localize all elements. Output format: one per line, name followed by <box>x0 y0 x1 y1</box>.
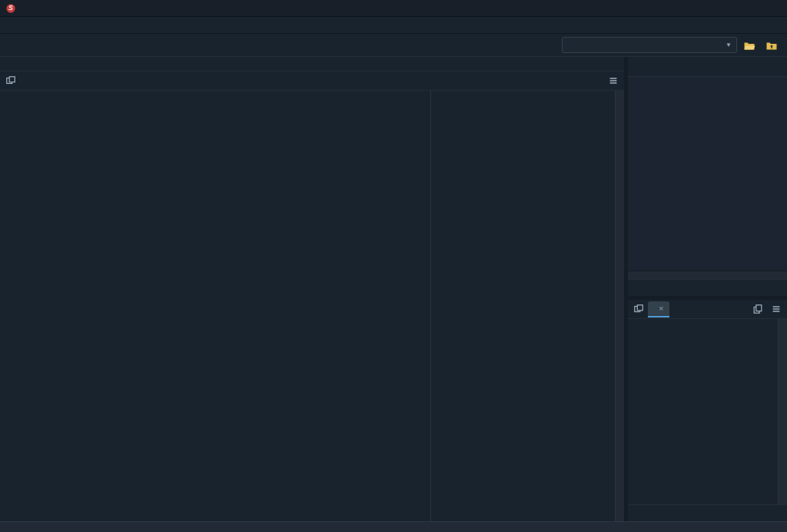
variable-explorer-panel <box>628 57 787 297</box>
spyder-window: ▼ <box>0 0 787 532</box>
copy-button[interactable] <box>749 301 767 318</box>
browse-tabs-button[interactable] <box>2 72 20 89</box>
working-directory-toolbar: ▼ <box>562 36 784 55</box>
console-output[interactable] <box>628 319 787 504</box>
main-toolbar: ▼ <box>0 34 787 57</box>
folder-up-icon <box>765 39 778 52</box>
spyder-logo-icon <box>5 3 16 14</box>
browse-tabs-icon <box>5 75 16 86</box>
console-lines <box>633 321 778 504</box>
chevron-down-icon: ▼ <box>722 42 732 48</box>
close-tab-icon[interactable]: × <box>659 304 663 313</box>
console-options-button[interactable] <box>767 301 785 318</box>
browse-tabs-icon <box>633 304 644 314</box>
variable-explorer-toolbar <box>628 57 787 77</box>
editor-pane <box>0 57 624 521</box>
console-panel: × <box>628 300 787 521</box>
variable-table <box>628 77 787 271</box>
folder-icon <box>743 39 755 52</box>
main-area: × <box>0 57 787 521</box>
editor-options-button[interactable] <box>604 72 623 89</box>
copy-icon <box>752 304 763 314</box>
horizontal-scrollbar[interactable] <box>628 271 787 279</box>
right-bottom-pane-tabs <box>628 504 787 521</box>
browse-working-dir-button[interactable] <box>739 36 759 55</box>
console-scrollbar[interactable] <box>778 319 787 504</box>
editor-scrollbar[interactable] <box>615 91 624 521</box>
hamburger-menu-icon <box>771 304 782 314</box>
right-top-pane-tabs <box>628 279 787 296</box>
code-editor[interactable] <box>0 91 624 521</box>
parent-directory-button[interactable] <box>762 36 782 55</box>
console-tab-bar: × <box>628 300 787 319</box>
menubar <box>0 17 787 34</box>
file-path-breadcrumb <box>0 57 624 71</box>
code-lines <box>0 91 615 521</box>
hamburger-menu-icon <box>608 75 619 86</box>
statusbar <box>0 521 787 532</box>
browse-consoles-button[interactable] <box>629 301 648 318</box>
console-tab[interactable]: × <box>648 301 669 318</box>
editor-tab-bar <box>0 71 624 91</box>
working-directory-combo[interactable]: ▼ <box>562 37 737 53</box>
titlebar <box>0 0 787 17</box>
right-panel: × <box>628 57 787 521</box>
